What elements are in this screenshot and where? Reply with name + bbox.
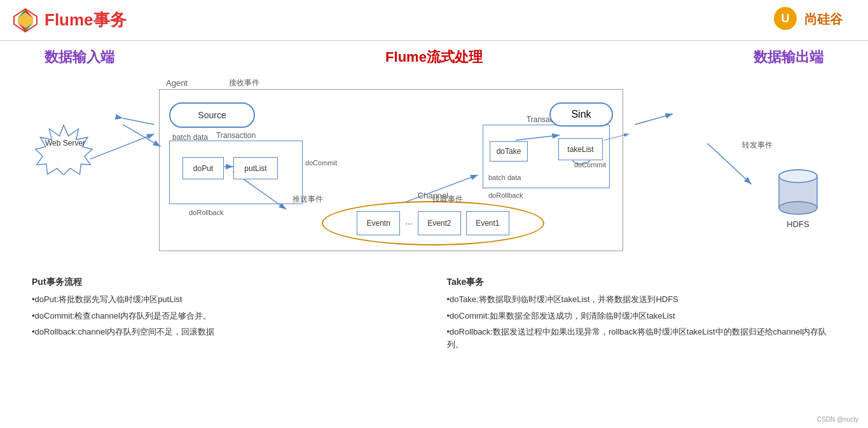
batch-data-right-label: batch data — [488, 174, 521, 181]
doput-label: doPut — [193, 164, 213, 173]
docommit-right-label: doCommit — [574, 161, 606, 169]
sink-box: Sink — [549, 102, 613, 127]
putlist-box: putList — [233, 157, 278, 179]
svg-text:U: U — [782, 12, 790, 25]
transaction-label-left: Transaction — [216, 131, 256, 140]
dorollback-left-label: doRollback — [189, 209, 223, 216]
docommit-left-label: doCommit — [305, 159, 337, 167]
right-section-title: 数据输出端 — [754, 48, 823, 67]
eventn-box: Eventn — [357, 211, 400, 235]
push-event-label: 推送事件 — [293, 194, 323, 205]
svg-text:尚硅谷: 尚硅谷 — [804, 12, 843, 26]
shangguigu-logo-icon: U 尚硅谷 — [773, 4, 855, 33]
put-title: Put事务流程 — [32, 277, 422, 288]
starburst-icon — [34, 124, 94, 175]
svg-point-28 — [779, 170, 817, 183]
svg-marker-1 — [18, 13, 33, 28]
svg-line-19 — [635, 114, 673, 125]
dotake-label: doTake — [497, 147, 521, 156]
event2-box: Event2 — [418, 211, 461, 235]
takelist-box: takeList — [558, 138, 603, 160]
take-title: Take事务 — [447, 277, 837, 288]
left-section-title: 数据输入端 — [45, 48, 114, 67]
bottom-section: Put事务流程 •doPut:将批数据先写入临时缓冲区putList •doCo… — [19, 277, 849, 354]
credits: CSDN @nucty — [817, 416, 858, 423]
svg-line-20 — [123, 118, 154, 125]
header-left: Flume事务 — [13, 8, 127, 33]
put-item-2: •doCommit:检查channel内存队列是否足够合并。 — [32, 310, 422, 322]
take-item-3: •doRollback:数据发送过程中如果出现异常，rollback将临时缓冲区… — [447, 326, 837, 350]
dorollback-right-label: doRollback — [488, 191, 523, 199]
svg-line-12 — [90, 134, 155, 160]
source-box: Source — [169, 102, 255, 128]
put-item-1: •doPut:将批数据先写入临时缓冲区putList — [32, 293, 422, 306]
center-section-title: Flume流式处理 — [385, 48, 483, 67]
pull-event-label: 拉取事件 — [432, 194, 463, 205]
takelist-label: takeList — [567, 145, 593, 154]
hdfs-label: HDFS — [787, 219, 809, 229]
channel-ellipse: Channel Eventn ··· Event2 Event1 — [322, 201, 544, 245]
agent-label: Agent — [166, 78, 188, 88]
hdfs-cylinder-icon — [776, 169, 820, 216]
put-item-3: •doRollback:channel内存队列空间不足，回滚数据 — [32, 326, 422, 338]
transaction-box-right: Transaction doTake batch data takeList d… — [483, 125, 610, 188]
page-title: Flume事务 — [45, 9, 127, 31]
svg-marker-21 — [35, 125, 92, 175]
transaction-box-left: Transaction doPut putList doCommit doRol… — [169, 141, 303, 204]
put-section: Put事务流程 •doPut:将批数据先写入临时缓冲区putList •doCo… — [32, 277, 422, 354]
take-item-2: •doCommit:如果数据全部发送成功，则清除临时缓冲区takeList — [447, 310, 837, 322]
doput-box: doPut — [183, 157, 224, 179]
event1-box: Event1 — [466, 211, 509, 235]
dotake-box: doTake — [490, 141, 528, 162]
source-label: Source — [198, 110, 226, 120]
svg-line-13 — [123, 125, 160, 147]
take-item-1: •doTake:将数据取到临时缓冲区takeList，并将数据发送到HDFS — [447, 293, 837, 306]
header: Flume事务 U 尚硅谷 — [0, 0, 868, 41]
web-server: Web Server — [35, 124, 92, 175]
agent-box: Agent Source batch data Transaction doPu… — [159, 89, 623, 251]
diagram-area: Web Server Agent Source batch data Trans… — [25, 70, 843, 267]
section-titles: 数据输入端 Flume流式处理 数据输出端 — [19, 48, 849, 67]
take-section: Take事务 •doTake:将数据取到临时缓冲区takeList，并将数据发送… — [447, 277, 837, 354]
svg-point-27 — [779, 202, 817, 214]
hdfs-container: HDFS — [776, 169, 820, 248]
event-boxes: Eventn ··· Event2 Event1 — [357, 211, 509, 235]
dots: ··· — [405, 218, 413, 228]
forward-event-label: 转发事件 — [742, 140, 773, 151]
putlist-label: putList — [244, 164, 266, 173]
header-right: U 尚硅谷 — [773, 4, 855, 36]
flume-logo-icon — [13, 8, 38, 33]
source-annotation: 接收事件 — [229, 78, 259, 88]
web-server-label: Web Server — [35, 138, 95, 149]
main-content: 数据输入端 Flume流式处理 数据输出端 — [0, 41, 868, 361]
sink-label: Sink — [571, 109, 591, 120]
